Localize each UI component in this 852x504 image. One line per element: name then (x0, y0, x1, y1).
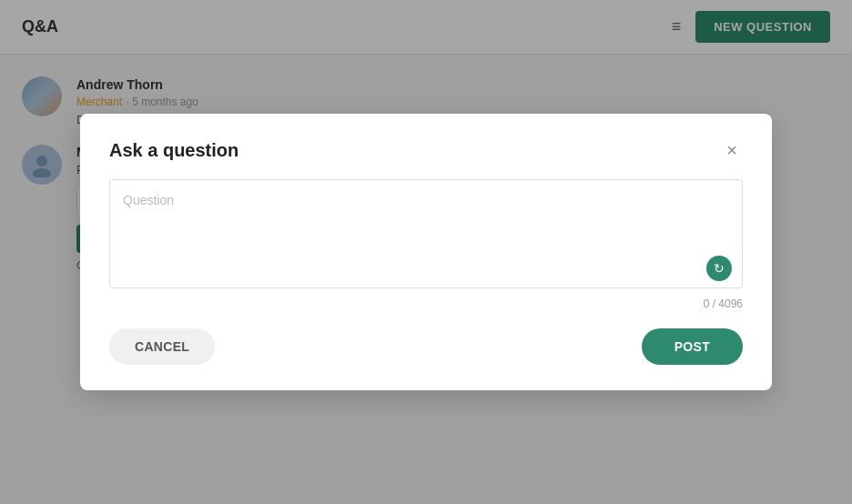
modal-title: Ask a question (109, 140, 238, 161)
ask-question-modal: Ask a question × ↻ 0 / 4096 CANCEL POST (80, 114, 772, 390)
modal-footer: CANCEL POST (109, 328, 743, 365)
textarea-wrapper: ↻ (109, 179, 743, 292)
char-count: 0 / 4096 (109, 297, 743, 310)
cancel-button[interactable]: CANCEL (109, 328, 215, 365)
post-button[interactable]: POST (642, 328, 743, 365)
modal-close-button[interactable]: × (721, 139, 743, 161)
refresh-icon[interactable]: ↻ (706, 256, 732, 281)
modal-overlay: Ask a question × ↻ 0 / 4096 CANCEL POST (0, 0, 852, 504)
question-textarea[interactable] (109, 179, 743, 288)
refresh-symbol: ↻ (714, 261, 725, 276)
modal-header: Ask a question × (109, 139, 743, 161)
